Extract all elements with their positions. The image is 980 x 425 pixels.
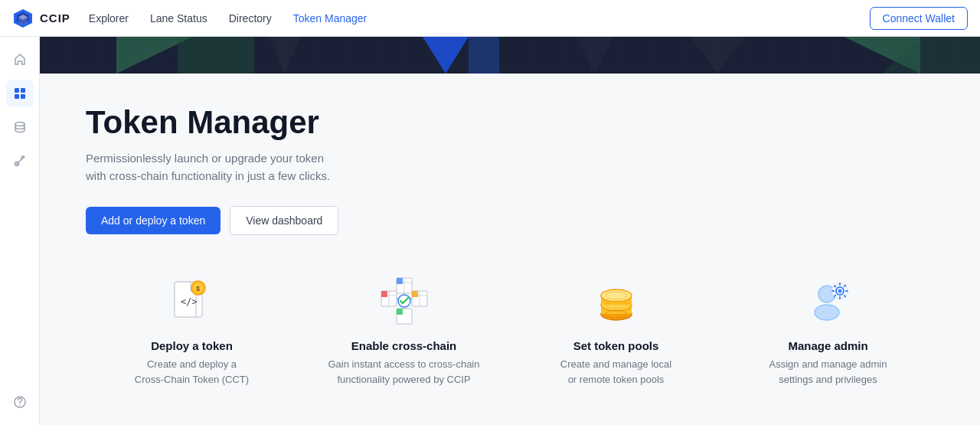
svg-rect-40 bbox=[397, 278, 403, 284]
view-dashboard-button[interactable]: View dashboard bbox=[230, 206, 338, 235]
feature-cross-chain-title: Enable cross-chain bbox=[351, 339, 457, 352]
connect-wallet-button[interactable]: Connect Wallet bbox=[870, 7, 968, 30]
navbar-links: Explorer Lane Status Directory Token Man… bbox=[89, 12, 870, 25]
svg-rect-6 bbox=[15, 94, 19, 99]
nav-directory[interactable]: Directory bbox=[229, 12, 272, 25]
add-deploy-token-button[interactable]: Add or deploy a token bbox=[86, 207, 220, 234]
sidebar-database-icon[interactable] bbox=[6, 113, 34, 141]
sidebar-tools-icon[interactable] bbox=[6, 147, 34, 175]
feature-token-pools-desc: Create and manage localor remote token p… bbox=[560, 357, 671, 387]
svg-text:</>: </> bbox=[181, 296, 198, 307]
svg-rect-4 bbox=[15, 88, 19, 93]
feature-cross-chain-desc: Gain instant access to cross-chainfuncti… bbox=[328, 357, 480, 387]
svg-point-8 bbox=[15, 123, 24, 126]
feature-token-pools: Set token pools Create and manage localo… bbox=[540, 273, 693, 387]
hero-banner bbox=[40, 37, 980, 74]
cta-buttons: Add or deploy a token View dashboard bbox=[86, 206, 934, 235]
sidebar bbox=[0, 37, 40, 425]
feature-deploy-token: </> $ Deploy a token Create and deploy a… bbox=[116, 273, 269, 387]
feature-deploy-token-title: Deploy a token bbox=[151, 339, 233, 352]
feature-manage-admin: Manage admin Assign and manage adminsett… bbox=[752, 273, 905, 387]
svg-rect-39 bbox=[412, 291, 418, 297]
feature-manage-admin-desc: Assign and manage adminsettings and priv… bbox=[769, 357, 887, 387]
svg-rect-38 bbox=[381, 291, 387, 297]
ccip-logo-icon bbox=[12, 8, 34, 29]
sidebar-help-icon[interactable] bbox=[6, 388, 34, 416]
feature-manage-admin-title: Manage admin bbox=[788, 339, 867, 352]
feature-cross-chain: Enable cross-chain Gain instant access t… bbox=[328, 273, 481, 387]
nav-token-manager[interactable]: Token Manager bbox=[293, 12, 368, 25]
svg-point-54 bbox=[838, 289, 841, 293]
logo[interactable]: CCIP bbox=[12, 8, 70, 29]
nav-explorer[interactable]: Explorer bbox=[89, 12, 129, 25]
features-section: </> $ Deploy a token Create and deploy a… bbox=[86, 266, 934, 387]
page-title: Token Manager bbox=[86, 104, 934, 141]
main-content: Token Manager Permissionlessly launch or… bbox=[40, 37, 980, 425]
svg-marker-15 bbox=[178, 37, 254, 74]
sidebar-dashboard-icon[interactable] bbox=[6, 80, 34, 107]
svg-rect-41 bbox=[397, 309, 403, 315]
deploy-token-icon: </> $ bbox=[165, 273, 220, 329]
page-subtitle: Permissionlessly launch or upgrade your … bbox=[86, 150, 934, 185]
svg-rect-5 bbox=[21, 88, 25, 93]
cross-chain-icon bbox=[377, 273, 432, 329]
token-pools-icon bbox=[589, 273, 644, 329]
svg-text:$: $ bbox=[196, 285, 200, 293]
feature-deploy-token-desc: Create and deploy aCross-Chain Token (CC… bbox=[135, 357, 249, 387]
app-layout: Token Manager Permissionlessly launch or… bbox=[0, 37, 980, 425]
svg-point-51 bbox=[815, 305, 839, 320]
navbar: CCIP Explorer Lane Status Directory Toke… bbox=[0, 0, 980, 37]
manage-admin-icon bbox=[801, 273, 856, 329]
svg-rect-7 bbox=[21, 94, 25, 99]
svg-marker-17 bbox=[469, 37, 499, 74]
svg-point-11 bbox=[19, 404, 21, 406]
logo-text: CCIP bbox=[40, 11, 70, 25]
page-content: Token Manager Permissionlessly launch or… bbox=[40, 74, 980, 425]
hero-banner-decoration bbox=[40, 37, 980, 74]
feature-token-pools-title: Set token pools bbox=[573, 339, 659, 352]
nav-lane-status[interactable]: Lane Status bbox=[150, 12, 207, 25]
sidebar-home-icon[interactable] bbox=[6, 46, 34, 74]
